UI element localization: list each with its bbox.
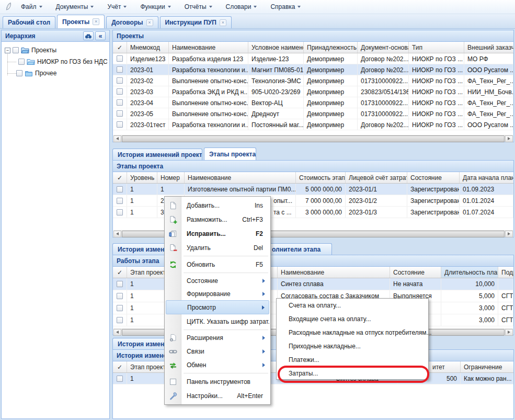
scroll-left-icon[interactable]	[113, 135, 121, 142]
column-header[interactable]: Наименование	[278, 267, 390, 278]
row-checkbox[interactable]	[117, 77, 123, 84]
tab-stage-executors[interactable]: олнители этапа	[265, 243, 332, 255]
menu-item-toolbar-toggle[interactable]: Панель инструментов	[166, 374, 269, 389]
row-checkbox[interactable]	[117, 186, 123, 192]
tree-expander-icon[interactable]: −	[5, 48, 10, 53]
column-header[interactable]: Состояние	[407, 172, 460, 183]
column-header[interactable]: Мнемокод	[127, 42, 169, 53]
row-checkbox[interactable]	[117, 110, 123, 117]
tab-work-history[interactable]: История измене	[112, 338, 167, 349]
submenu-item-payments[interactable]: Платежи...	[278, 353, 427, 367]
table-row[interactable]: 2023-05 Выполнение опытно-конс... Дредно…	[113, 108, 513, 119]
menubar-item-reports[interactable]: Отчёты	[178, 0, 219, 14]
row-checkbox[interactable]	[117, 281, 123, 287]
row-checkbox[interactable]	[117, 88, 123, 95]
menu-item-exchange[interactable]: Обмен	[166, 358, 269, 372]
submenu-item-incoming-invoices[interactable]: Входящие счета на оплату...	[278, 312, 427, 326]
row-checkbox[interactable]	[117, 317, 123, 323]
row-checkbox[interactable]	[117, 66, 123, 73]
column-header[interactable]: Тип	[409, 42, 464, 53]
row-checkbox[interactable]	[117, 293, 123, 299]
menu-item-forming[interactable]: Формирование	[166, 287, 269, 300]
column-header[interactable]: Наименование	[169, 42, 248, 53]
collapse-panel-button[interactable]: «	[95, 31, 106, 40]
table-row[interactable]: 2023-01тест Разработка технологии и... П…	[113, 119, 513, 130]
scroll-left-icon[interactable]	[113, 231, 121, 237]
tab-instructions[interactable]: Инструкции ПУП×	[160, 16, 232, 28]
row-checkbox[interactable]	[117, 55, 123, 62]
scroll-right-icon[interactable]	[505, 329, 513, 336]
tree-node-niokr[interactable]: НИОКР по ГОЗ без НДС	[2, 56, 109, 67]
tab-project-history[interactable]: История изменений проекта	[112, 149, 202, 160]
find-button[interactable]	[83, 31, 94, 40]
column-header[interactable]: Документ-основан	[358, 42, 409, 53]
menubar-item-help[interactable]: Справка	[264, 0, 307, 14]
row-checkbox[interactable]	[117, 376, 123, 382]
close-icon[interactable]: ×	[220, 19, 226, 26]
scroll-right-icon[interactable]	[505, 135, 513, 142]
column-header[interactable]: Уровень	[127, 172, 157, 183]
check-column-header[interactable]: ✓	[113, 42, 127, 53]
tab-stage-history[interactable]: История измен	[112, 243, 166, 255]
submenu-item-incoming-waybills[interactable]: Приходные накладные...	[278, 339, 427, 353]
submenu-item-outgoing-waybills[interactable]: Расходные накладные на отпуск потребител…	[278, 326, 427, 339]
scroll-right-icon[interactable]	[505, 231, 513, 237]
menubar-item-accounting[interactable]: Учёт	[100, 0, 133, 14]
tab-projects[interactable]: Проекты×	[57, 15, 105, 28]
menu-item-citk-cost-code[interactable]: ЦИТК. Указать шифр затрат...	[166, 314, 269, 328]
tab-contracts[interactable]: Договоры×	[106, 16, 158, 28]
menubar-item-dictionaries[interactable]: Словари	[219, 0, 264, 14]
column-header[interactable]: Подр	[498, 267, 513, 278]
row-checkbox[interactable]	[117, 209, 123, 215]
column-header[interactable]: Ограничение	[461, 361, 513, 372]
tree-checkbox[interactable]	[18, 59, 25, 65]
menu-item-settings[interactable]: Настройки... Alt+Enter	[166, 389, 269, 403]
table-row-selected[interactable]: 2023-01 Разработка технологии и... Магни…	[113, 64, 513, 75]
tree-checkbox[interactable]	[13, 47, 19, 53]
menu-item-view[interactable]: Просмотр	[166, 300, 269, 314]
table-row[interactable]: Изделие123 Разработка изделия 123 Издели…	[113, 53, 513, 64]
menu-item-add[interactable]: Добавить... Ins	[166, 198, 269, 212]
column-header[interactable]: Условное наименова	[248, 42, 304, 53]
table-row[interactable]: 2023-04 Выполнение опытно-конс... Вектор…	[113, 97, 513, 108]
scroll-left-icon[interactable]	[113, 329, 121, 336]
column-header[interactable]: Состояние	[390, 267, 441, 278]
tree-checkbox[interactable]	[16, 70, 22, 76]
tab-project-stages[interactable]: Этапы проекта	[204, 147, 256, 160]
menu-item-extensions[interactable]: Расширения	[166, 331, 269, 345]
check-column-header[interactable]: ✓	[113, 267, 127, 278]
close-icon[interactable]: ×	[146, 19, 153, 26]
column-header[interactable]: Лицевой счёт затрат.	[346, 172, 407, 183]
menubar-item-documents[interactable]: Документы	[49, 0, 101, 14]
row-checkbox[interactable]	[117, 99, 123, 106]
row-checkbox[interactable]	[117, 121, 123, 128]
submenu-item-invoices[interactable]: Счета на оплату...	[278, 299, 427, 312]
menu-item-state[interactable]: Состояние	[166, 274, 269, 287]
column-header[interactable]: Внешний заказчик	[464, 42, 513, 53]
menubar-item-functions[interactable]: Функции	[133, 0, 177, 14]
row-checkbox[interactable]	[117, 305, 123, 311]
menu-item-edit[interactable]: Исправить... F2	[166, 226, 269, 241]
table-row-selected[interactable]: 1 1 Изготовление опытной партии ПМ0... 5…	[113, 184, 513, 195]
column-header[interactable]: Номер	[157, 172, 185, 183]
menu-item-duplicate[interactable]: Размножить... Ctrl+F3	[166, 212, 269, 226]
tab-desktop[interactable]: Рабочий стол	[3, 16, 55, 28]
check-column-header[interactable]: ✓	[113, 361, 127, 372]
menu-item-links[interactable]: Связи	[166, 345, 269, 358]
table-row[interactable]: 2023-02 Выполнение опытно-конс... Технол…	[113, 75, 513, 86]
tree-node-other[interactable]: Прочее	[2, 67, 109, 79]
horizontal-scrollbar[interactable]	[113, 135, 513, 142]
menu-item-refresh[interactable]: Обновить F5	[166, 257, 269, 271]
column-header-sorted[interactable]: Длительность план	[441, 267, 498, 278]
menu-item-delete[interactable]: Удалить Del	[166, 241, 269, 255]
close-icon[interactable]: ×	[93, 18, 99, 25]
column-header[interactable]: Стоимость этапа	[296, 172, 346, 183]
column-header[interactable]: Наименование	[185, 172, 296, 183]
column-header[interactable]: Принадлежность	[304, 42, 358, 53]
check-column-header[interactable]: ✓	[113, 172, 127, 183]
tree-node-projects[interactable]: − Проекты	[2, 44, 109, 56]
scrollbar-thumb[interactable]	[122, 135, 505, 142]
row-checkbox[interactable]	[117, 198, 123, 204]
menubar-item-file[interactable]: Файл	[14, 0, 49, 14]
column-header[interactable]: Дата начала план	[460, 172, 513, 183]
